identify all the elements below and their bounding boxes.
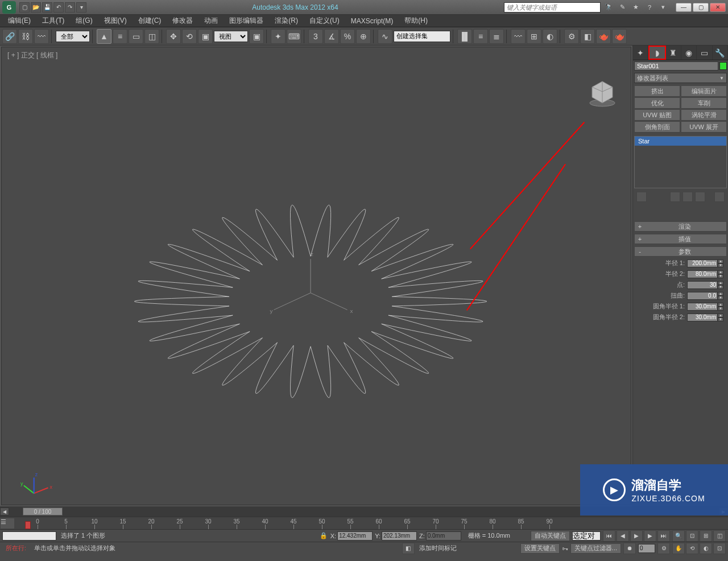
layers-icon[interactable]: ≣ [489, 29, 504, 44]
z-coord-input[interactable] [426, 531, 461, 541]
spinner-down-icon[interactable]: ▼ [718, 263, 723, 267]
stack-item-star[interactable]: Star [635, 137, 726, 146]
orbit-icon[interactable]: ⟲ [686, 543, 698, 554]
mirror-icon[interactable]: ▐▌ [457, 29, 472, 44]
menu-views[interactable]: 视图(V) [98, 16, 133, 26]
save-icon[interactable]: 💾 [42, 2, 52, 13]
edit-named-sel-icon[interactable]: ∿ [378, 29, 392, 44]
render-prod-icon[interactable]: 🫖 [612, 29, 627, 44]
utilities-tab-icon[interactable]: 🔧 [713, 46, 728, 60]
render-icon[interactable]: 🫖 [596, 29, 611, 44]
goto-start-icon[interactable]: ⏮ [603, 530, 615, 542]
extrude-button[interactable]: 挤出 [634, 85, 680, 97]
pivot-icon[interactable]: ▣ [249, 29, 264, 44]
reference-coord-dropdown[interactable]: 视图 [214, 31, 248, 42]
rollout-render-header[interactable]: +渲染 [634, 221, 727, 232]
link-icon[interactable]: 🔗 [2, 29, 17, 44]
isolate-icon[interactable]: ◧ [402, 543, 415, 554]
display-tab-icon[interactable]: ▭ [697, 46, 712, 60]
select-name-icon[interactable]: ≡ [113, 29, 127, 44]
make-unique-icon[interactable] [682, 192, 693, 202]
remove-modifier-icon[interactable] [695, 192, 705, 202]
key-lock-icon[interactable]: 🗝 [562, 545, 568, 552]
modify-tab-icon[interactable]: ◗ [648, 46, 665, 60]
lock-icon[interactable]: 🔒 [319, 531, 328, 541]
communication-icon[interactable]: ✎ [618, 3, 627, 12]
modifier-list-dropdown[interactable]: 修改器列表 [634, 73, 727, 83]
rollout-params-header[interactable]: -参数 [634, 246, 727, 257]
minimize-button[interactable]: — [676, 3, 692, 12]
favorites-icon[interactable]: ★ [631, 3, 640, 12]
zoom-all-icon[interactable]: ⊡ [686, 530, 698, 542]
pan-icon[interactable]: ✋ [672, 543, 685, 554]
time-slider[interactable]: 0 / 100 [23, 508, 63, 515]
radius2-input[interactable] [687, 270, 718, 278]
add-time-tag[interactable]: 添加时间标记 [417, 544, 459, 552]
keyboard-shortcut-icon[interactable]: ⌨ [287, 29, 301, 44]
key-filters-button[interactable]: 关键点过滤器... [570, 543, 621, 554]
time-config-icon[interactable]: ⚙ [657, 543, 670, 554]
scale-icon[interactable]: ▣ [198, 29, 213, 44]
menu-tools[interactable]: 工具(T) [36, 16, 70, 26]
lathe-button[interactable]: 车削 [681, 97, 727, 109]
zoom-extents-icon[interactable]: ⊞ [700, 530, 712, 542]
configure-sets-icon[interactable] [714, 192, 725, 202]
uvw-map-button[interactable]: UVW 贴图 [634, 109, 680, 121]
maximize-button[interactable]: ▢ [693, 3, 709, 12]
points-input[interactable] [687, 281, 718, 289]
radius1-input[interactable] [687, 259, 718, 267]
viewport[interactable]: [ + ] 正交 [ 线框 ] z y x [1, 47, 631, 505]
align-icon[interactable]: ≡ [473, 29, 488, 44]
create-tab-icon[interactable]: ✦ [633, 46, 648, 60]
menu-group[interactable]: 组(G) [70, 16, 98, 26]
select-window-icon[interactable]: ◫ [144, 29, 159, 44]
manipulate-icon[interactable]: ✦ [271, 29, 286, 44]
pin-stack-icon[interactable] [636, 192, 647, 202]
turbosmooth-button[interactable]: 涡轮平滑 [681, 109, 727, 121]
viewcube[interactable] [585, 76, 619, 110]
select-rect-icon[interactable]: ▭ [129, 29, 143, 44]
binoculars-icon[interactable]: 🔭 [604, 3, 613, 12]
key-marker[interactable] [25, 521, 31, 529]
object-color-swatch[interactable] [719, 62, 727, 70]
help-icon[interactable]: ? [645, 3, 654, 12]
script-listener-input[interactable] [2, 531, 56, 541]
move-icon[interactable]: ✥ [166, 29, 181, 44]
zoom-icon[interactable]: 🔍 [672, 530, 685, 542]
next-frame-icon[interactable]: ▶ [644, 530, 656, 542]
qat-more-icon[interactable]: ▾ [76, 2, 86, 13]
percent-snap-icon[interactable]: % [340, 29, 355, 44]
app-icon[interactable]: G [2, 1, 16, 14]
modifier-stack[interactable]: Star [634, 136, 727, 188]
menu-customize[interactable]: 自定义(U) [304, 16, 345, 26]
render-frame-icon[interactable]: ◧ [580, 29, 595, 44]
spinner-snap-icon[interactable]: ⊕ [356, 29, 371, 44]
render-setup-icon[interactable]: ⚙ [564, 29, 579, 44]
select-icon[interactable]: ▲ [97, 29, 111, 44]
key-mode-icon[interactable]: ⏺ [623, 543, 636, 554]
show-end-result-icon[interactable] [670, 192, 680, 202]
help-search-input[interactable] [504, 2, 601, 13]
menu-maxscript[interactable]: MAXScript(M) [345, 17, 399, 25]
fillet2-input[interactable] [687, 314, 718, 321]
spinner-up-icon[interactable]: ▲ [718, 259, 723, 263]
fov-icon[interactable]: ◐ [700, 543, 712, 554]
undo-icon[interactable]: ↶ [53, 2, 64, 13]
motion-tab-icon[interactable]: ◉ [681, 46, 697, 60]
trackbar-config-icon[interactable]: ☰ [0, 518, 15, 529]
key-mode-select[interactable] [572, 531, 601, 541]
zoom-region-icon[interactable]: ◫ [713, 530, 726, 542]
unlink-icon[interactable]: ⛓ [18, 29, 33, 44]
x-coord-input[interactable] [337, 531, 373, 541]
snap-3d-icon[interactable]: 3 [308, 29, 323, 44]
track-bar[interactable]: ☰ 051015202530354045505560657075808590 [0, 517, 728, 529]
menu-graph-editors[interactable]: 图形编辑器 [224, 16, 269, 26]
redo-icon[interactable]: ↷ [65, 2, 75, 13]
new-icon[interactable]: ▢ [19, 2, 30, 13]
prev-frame-icon[interactable]: ◀ [617, 530, 629, 542]
menu-create[interactable]: 创建(C) [133, 16, 167, 26]
auto-key-button[interactable]: 自动关键点 [531, 531, 570, 541]
bevel-profile-button[interactable]: 倒角剖面 [634, 121, 680, 133]
current-frame-input[interactable] [638, 544, 655, 553]
material-editor-icon[interactable]: ◐ [543, 29, 557, 44]
